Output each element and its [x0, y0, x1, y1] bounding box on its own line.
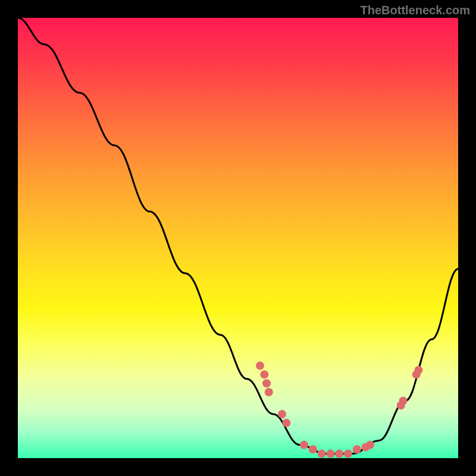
data-point	[344, 450, 352, 458]
data-point	[335, 450, 343, 458]
data-point	[256, 362, 264, 370]
chart-svg	[18, 18, 458, 458]
data-point	[318, 450, 326, 458]
bottleneck-curve	[18, 18, 458, 454]
watermark-text: TheBottleneck.com	[361, 4, 470, 17]
data-point	[282, 419, 290, 427]
data-point	[300, 441, 308, 449]
data-point	[399, 397, 408, 405]
data-point	[260, 370, 268, 378]
chart-plot-area	[18, 18, 458, 458]
data-point	[278, 410, 286, 418]
data-point	[326, 450, 334, 458]
data-point	[262, 379, 271, 387]
data-point	[366, 441, 374, 449]
data-point	[353, 445, 361, 453]
data-point	[265, 388, 273, 396]
data-point	[309, 445, 317, 453]
data-point	[414, 366, 422, 374]
